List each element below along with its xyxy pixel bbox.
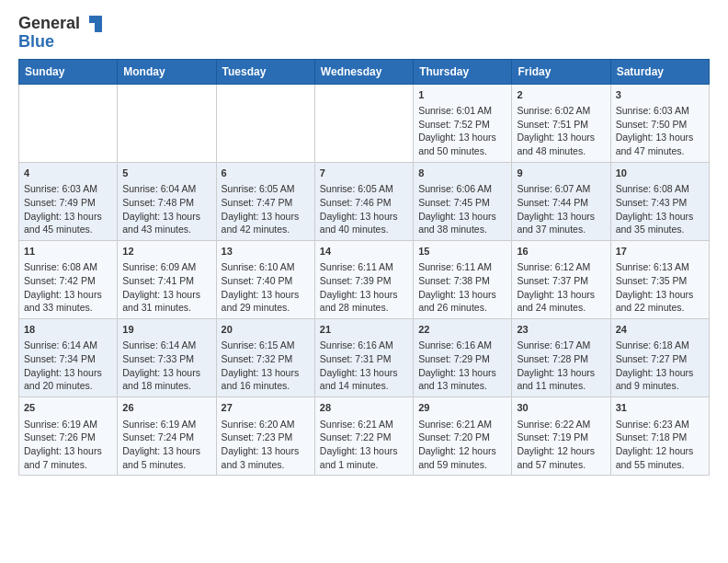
day-number: 26 — [122, 401, 210, 415]
day-info: and 3 minutes. — [222, 458, 310, 472]
day-number: 1 — [418, 88, 506, 102]
day-info: Sunset: 7:19 PM — [517, 431, 605, 444]
day-info: and 48 minutes. — [517, 144, 605, 158]
day-info: Sunset: 7:22 PM — [320, 431, 408, 444]
day-number: 2 — [517, 88, 605, 102]
day-info: Sunset: 7:34 PM — [24, 352, 112, 366]
day-number: 8 — [418, 167, 506, 180]
day-number: 23 — [517, 323, 605, 337]
day-info: Sunrise: 6:16 AM — [418, 339, 506, 352]
day-cell-6: 6Sunrise: 6:05 AMSunset: 7:47 PMDaylight… — [216, 162, 314, 240]
logo-general: General — [18, 15, 102, 33]
day-info: Daylight: 13 hours — [517, 131, 605, 144]
day-info: and 16 minutes. — [222, 379, 310, 393]
week-row-3: 11Sunrise: 6:08 AMSunset: 7:42 PMDayligh… — [19, 240, 710, 318]
day-info: Sunrise: 6:09 AM — [122, 260, 210, 274]
day-info: Sunrise: 6:14 AM — [122, 339, 210, 352]
day-number: 3 — [616, 88, 704, 102]
logo: General Blue — [18, 15, 102, 52]
day-cell-27: 27Sunrise: 6:20 AMSunset: 7:23 PMDayligh… — [216, 397, 314, 476]
day-cell-10: 10Sunrise: 6:08 AMSunset: 7:43 PMDayligh… — [610, 162, 709, 240]
day-info: Daylight: 13 hours — [616, 288, 704, 302]
day-info: and 26 minutes. — [418, 301, 506, 315]
day-info: and 42 minutes. — [222, 223, 310, 236]
day-number: 13 — [222, 245, 310, 259]
day-cell-31: 31Sunrise: 6:23 AMSunset: 7:18 PMDayligh… — [610, 397, 709, 476]
day-info: and 40 minutes. — [320, 223, 408, 236]
day-info: and 11 minutes. — [517, 379, 605, 393]
day-cell-26: 26Sunrise: 6:19 AMSunset: 7:24 PMDayligh… — [118, 397, 216, 476]
day-info: Daylight: 13 hours — [517, 210, 605, 224]
day-info: and 5 minutes. — [122, 458, 210, 472]
day-info: Daylight: 13 hours — [517, 366, 605, 380]
day-info: Sunrise: 6:12 AM — [517, 260, 605, 274]
day-cell-16: 16Sunrise: 6:12 AMSunset: 7:37 PMDayligh… — [512, 240, 610, 318]
day-cell-14: 14Sunrise: 6:11 AMSunset: 7:39 PMDayligh… — [314, 240, 413, 318]
day-info: Sunset: 7:35 PM — [616, 274, 704, 288]
day-info: Daylight: 13 hours — [418, 366, 506, 380]
header: General Blue — [18, 15, 710, 52]
day-info: Sunrise: 6:23 AM — [616, 418, 704, 431]
day-info: and 45 minutes. — [24, 223, 112, 236]
day-info: Sunset: 7:46 PM — [320, 196, 408, 210]
day-cell-15: 15Sunrise: 6:11 AMSunset: 7:38 PMDayligh… — [414, 240, 512, 318]
day-info: Daylight: 13 hours — [616, 210, 704, 224]
day-info: Sunrise: 6:19 AM — [122, 418, 210, 431]
day-info: Sunset: 7:48 PM — [122, 196, 210, 210]
day-info: Sunset: 7:49 PM — [24, 196, 112, 210]
day-info: and 7 minutes. — [24, 458, 112, 472]
day-info: Daylight: 13 hours — [222, 210, 310, 224]
day-info: Sunset: 7:20 PM — [418, 431, 506, 444]
day-info: Daylight: 12 hours — [418, 444, 506, 458]
day-info: Sunrise: 6:11 AM — [320, 260, 408, 274]
day-cell-9: 9Sunrise: 6:07 AMSunset: 7:44 PMDaylight… — [512, 162, 610, 240]
day-info: Sunrise: 6:03 AM — [24, 182, 112, 196]
logo-blue: Blue — [18, 33, 102, 52]
day-info: Sunrise: 6:19 AM — [24, 418, 112, 431]
day-info: Sunset: 7:32 PM — [222, 352, 310, 366]
day-info: and 1 minute. — [320, 458, 408, 472]
day-info: Sunrise: 6:21 AM — [320, 418, 408, 431]
day-info: Sunset: 7:24 PM — [122, 431, 210, 444]
day-number: 22 — [418, 323, 506, 337]
day-cell-17: 17Sunrise: 6:13 AMSunset: 7:35 PMDayligh… — [610, 240, 709, 318]
week-row-2: 4Sunrise: 6:03 AMSunset: 7:49 PMDaylight… — [19, 162, 710, 240]
day-info: Sunset: 7:47 PM — [222, 196, 310, 210]
day-info: Sunrise: 6:14 AM — [24, 339, 112, 352]
day-info: Sunset: 7:52 PM — [418, 118, 506, 132]
day-info: Sunset: 7:40 PM — [222, 274, 310, 288]
day-info: Sunrise: 6:05 AM — [320, 182, 408, 196]
day-info: Sunset: 7:37 PM — [517, 274, 605, 288]
day-info: Daylight: 13 hours — [616, 366, 704, 380]
day-info: Daylight: 13 hours — [320, 210, 408, 224]
day-cell-7: 7Sunrise: 6:05 AMSunset: 7:46 PMDaylight… — [314, 162, 413, 240]
day-info: and 33 minutes. — [24, 301, 112, 315]
day-number: 21 — [320, 323, 408, 337]
day-cell-28: 28Sunrise: 6:21 AMSunset: 7:22 PMDayligh… — [314, 397, 413, 476]
day-info: Sunrise: 6:06 AM — [418, 182, 506, 196]
day-info: Sunset: 7:39 PM — [320, 274, 408, 288]
day-info: Sunset: 7:50 PM — [616, 118, 704, 132]
day-cell-22: 22Sunrise: 6:16 AMSunset: 7:29 PMDayligh… — [414, 319, 512, 397]
day-info: Sunrise: 6:16 AM — [320, 339, 408, 352]
day-number: 30 — [517, 401, 605, 415]
calendar-table: SundayMondayTuesdayWednesdayThursdayFrid… — [18, 59, 710, 477]
day-info: Daylight: 13 hours — [24, 366, 112, 380]
day-info: and 55 minutes. — [616, 458, 704, 472]
day-info: Sunrise: 6:03 AM — [616, 104, 704, 118]
weekday-header-monday: Monday — [118, 59, 216, 84]
day-info: and 31 minutes. — [122, 301, 210, 315]
day-info: Sunset: 7:18 PM — [616, 431, 704, 444]
weekday-header-thursday: Thursday — [414, 59, 512, 84]
day-number: 11 — [24, 245, 112, 259]
day-info: Sunset: 7:33 PM — [122, 352, 210, 366]
day-cell-25: 25Sunrise: 6:19 AMSunset: 7:26 PMDayligh… — [19, 397, 118, 476]
day-number: 29 — [418, 401, 506, 415]
day-info: Sunset: 7:28 PM — [517, 352, 605, 366]
weekday-header-row: SundayMondayTuesdayWednesdayThursdayFrid… — [19, 59, 710, 84]
day-cell-21: 21Sunrise: 6:16 AMSunset: 7:31 PMDayligh… — [314, 319, 413, 397]
day-number: 16 — [517, 245, 605, 259]
day-info: Daylight: 13 hours — [418, 131, 506, 144]
day-info: Sunrise: 6:02 AM — [517, 104, 605, 118]
empty-cell — [216, 84, 314, 162]
